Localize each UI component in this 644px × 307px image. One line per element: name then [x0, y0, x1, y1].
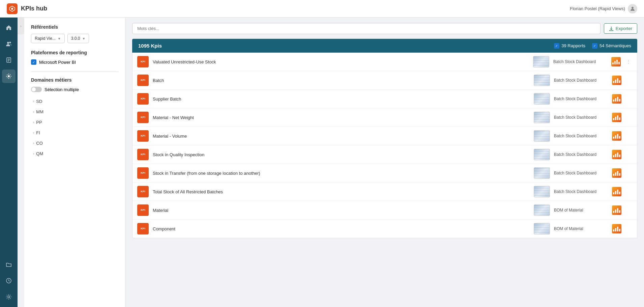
kpi-name: Stock in Transfer (from one storage loca…: [153, 171, 530, 176]
powerbi-icon: [612, 76, 621, 85]
svg-point-11: [8, 296, 10, 298]
domain-list: ›SD›MM›PP›FI›CO›QM: [31, 96, 118, 159]
export-icon: [609, 26, 614, 31]
kpi-name: Material - Volume: [153, 134, 530, 139]
rapports-check: ✓: [554, 43, 559, 49]
domain-item-qm[interactable]: ›QM: [31, 148, 118, 159]
kpi-report-name: BOM of Material: [554, 226, 608, 231]
semantiques-count: 54 Sémantiques: [599, 43, 631, 48]
kpis-header: 1095 Kpis ✓ 39 Rapports ✓ 54 Sémantiques: [132, 39, 637, 53]
kpi-report-name: Batch Stock Dashboard: [554, 189, 608, 194]
svg-point-9: [8, 75, 10, 77]
collapse-toggle[interactable]: ›: [18, 18, 24, 34]
filter-row: Rapid Vie... ▼ 3.0.0 ▼: [31, 34, 118, 43]
report-thumbnail: [534, 204, 550, 216]
kpi-report-name: BOM of Material: [554, 208, 608, 213]
export-button[interactable]: Exporter: [604, 23, 637, 34]
sidebar-kpi-btn[interactable]: [2, 69, 16, 83]
powerbi-icon: [612, 94, 621, 104]
kpi-name: Batch: [153, 78, 530, 83]
sidebar-clock-btn[interactable]: [2, 274, 16, 287]
powerbi-bar-chart: [613, 207, 620, 213]
kpi-name: Total Stock of All Restricted Batches: [153, 189, 530, 194]
domain-item-co[interactable]: ›CO: [31, 138, 118, 148]
kpi-report-name: Batch Stock Dashboard: [554, 171, 608, 175]
kpi-icon-badge: KPI: [137, 93, 149, 105]
table-row[interactable]: KPI Supplier Batch Batch Stock Dashboard: [133, 90, 637, 108]
svg-point-4: [9, 42, 11, 44]
domain-item-sd[interactable]: ›SD: [31, 96, 118, 107]
svg-point-2: [632, 7, 634, 9]
svg-point-1: [11, 8, 13, 10]
sidebar-home-btn[interactable]: [2, 21, 16, 34]
top-nav-left: KPIs hub: [7, 3, 47, 14]
powerbi-icon: [612, 168, 621, 178]
kpi-name: Valuated Unrestricted-Use Stock: [153, 59, 529, 64]
version-label: 3.0.0: [71, 36, 80, 41]
top-nav-right: Florian Postel (Rapid Views): [570, 4, 637, 13]
powerbi-bar-chart: [613, 170, 620, 176]
table-row[interactable]: KPI Component BOM of Material: [133, 220, 637, 238]
export-label: Exporter: [616, 26, 632, 31]
kpi-icon-badge: KPI: [137, 130, 149, 142]
kpis-meta: ✓ 39 Rapports ✓ 54 Sémantiques: [554, 43, 631, 49]
domain-item-pp[interactable]: ›PP: [31, 117, 118, 128]
domain-chevron-icon: ›: [33, 100, 34, 103]
table-row[interactable]: KPI Material - Net Weight Batch Stock Da…: [133, 108, 637, 127]
table-row[interactable]: KPI Stock in Transfer (from one storage …: [133, 164, 637, 183]
report-thumbnail: [534, 93, 550, 105]
report-thumbnail: [534, 75, 550, 86]
search-input[interactable]: [132, 23, 601, 34]
powerbi-bar-chart: [613, 96, 620, 102]
domain-code: QM: [36, 151, 43, 156]
powerbi-checkbox[interactable]: ✓: [31, 59, 36, 65]
kpi-icon-badge: KPI: [137, 204, 149, 216]
top-nav: KPIs hub Florian Postel (Rapid Views): [0, 0, 644, 18]
domain-item-mm[interactable]: ›MM: [31, 107, 118, 117]
powerbi-bar-chart: [613, 226, 620, 231]
kpi-icon-badge: KPI: [137, 223, 149, 234]
report-thumbnail: [534, 186, 550, 197]
kpi-list: KPI Valuated Unrestricted-Use Stock Batc…: [132, 53, 637, 238]
powerbi-checkbox-row[interactable]: ✓ Microsoft Power BI: [31, 59, 118, 65]
domain-item-fi[interactable]: ›FI: [31, 128, 118, 138]
sidebar-folder-btn[interactable]: [2, 258, 16, 271]
kpi-report-name: Batch Stock Dashboard: [554, 115, 608, 120]
search-bar-row: Exporter: [132, 23, 637, 34]
rapid-view-dropdown[interactable]: Rapid Vie... ▼: [31, 34, 65, 43]
domain-chevron-icon: ›: [33, 141, 34, 145]
sidebar-icons: [0, 18, 18, 307]
version-dropdown[interactable]: 3.0.0 ▼: [67, 34, 89, 43]
referentiels-title: Référentiels: [31, 24, 118, 30]
table-row[interactable]: KPI Stock in Quality Inspection Batch St…: [133, 145, 637, 164]
multiple-select-toggle[interactable]: [31, 87, 42, 92]
sidebar-bottom-icons: [2, 258, 16, 307]
powerbi-icon: [612, 224, 621, 233]
domains-title: Domaines métiers: [31, 77, 118, 83]
search-input-wrap: [132, 23, 601, 34]
powerbi-icon: [612, 187, 621, 196]
report-thumbnail: [534, 149, 550, 160]
table-row[interactable]: KPI Valuated Unrestricted-Use Stock Batc…: [133, 53, 637, 71]
sidebar-users-btn[interactable]: [2, 37, 16, 51]
powerbi-bar-chart: [613, 78, 620, 83]
powerbi-icon: [612, 205, 621, 215]
platform-section: Plateformes de reporting ✓ Microsoft Pow…: [31, 50, 118, 65]
delete-icon[interactable]: ⋮: [625, 59, 632, 64]
domain-chevron-icon: ›: [33, 120, 34, 124]
toggle-knob: [32, 87, 36, 91]
kpi-name: Supplier Batch: [153, 96, 530, 102]
table-row[interactable]: KPI Material BOM of Material: [133, 201, 637, 220]
kpi-report-name: Batch Stock Dashboard: [553, 59, 607, 64]
domain-code: SD: [36, 99, 42, 104]
table-row[interactable]: KPI Material - Volume Batch Stock Dashbo…: [133, 127, 637, 145]
kpi-icon-badge: KPI: [137, 149, 149, 160]
sidebar-book-btn[interactable]: [2, 53, 16, 67]
kpis-count: 1095 Kpis: [138, 43, 162, 49]
table-row[interactable]: KPI Batch Batch Stock Dashboard: [133, 71, 637, 90]
platforms-title: Plateformes de reporting: [31, 50, 118, 55]
sidebar-settings-btn[interactable]: [2, 290, 16, 304]
table-row[interactable]: KPI Total Stock of All Restricted Batche…: [133, 183, 637, 201]
user-avatar[interactable]: [628, 4, 637, 13]
kpi-icon-badge: KPI: [137, 186, 149, 197]
